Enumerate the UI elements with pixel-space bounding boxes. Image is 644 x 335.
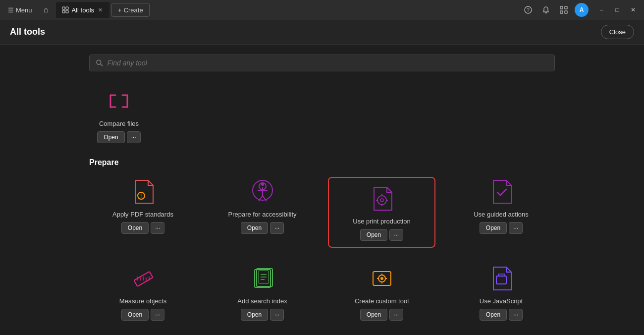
prepare-section-title: Prepare [89, 158, 555, 167]
svg-text:?: ? [527, 7, 530, 13]
header-bar: All tools Close [0, 20, 644, 45]
create-button[interactable]: + Create [111, 3, 150, 17]
custom-tool-open-button[interactable]: Open [360, 309, 387, 321]
user-avatar[interactable]: A [575, 3, 589, 17]
svg-rect-2 [62, 10, 65, 13]
javascript-icon [489, 265, 513, 292]
measure-objects-icon-area [128, 264, 158, 293]
apply-pdf-more-button[interactable]: ··· [151, 222, 164, 234]
custom-tool-actions: Open ··· [360, 309, 403, 321]
print-production-open-button[interactable]: Open [360, 229, 387, 241]
tool-card-search-index: Add search index Open ··· [209, 264, 316, 321]
measure-objects-open-button[interactable]: Open [121, 309, 149, 321]
apply-pdf-open-button[interactable]: Open [121, 222, 149, 234]
search-index-open-button[interactable]: Open [241, 309, 268, 321]
search-box [89, 55, 555, 71]
close-panel-button[interactable]: Close [601, 25, 634, 39]
main-content: Compare files Open ··· Prepare ! [0, 45, 644, 335]
measure-objects-icon [131, 267, 155, 290]
svg-rect-7 [565, 6, 567, 9]
all-tools-tab[interactable]: All tools ✕ [56, 2, 110, 18]
svg-rect-3 [66, 10, 68, 13]
guided-actions-open-button[interactable]: Open [480, 222, 507, 234]
guided-actions-icon-area [486, 177, 516, 207]
compare-section: Compare files Open ··· [89, 86, 555, 143]
custom-tool-more-button[interactable]: ··· [389, 309, 403, 321]
create-plus-icon: + [118, 6, 122, 14]
compare-files-icon [107, 91, 131, 111]
grid-tab-icon [62, 6, 69, 13]
maximize-button[interactable]: □ [610, 3, 624, 17]
accessibility-open-button[interactable]: Open [241, 222, 268, 234]
tool-card-custom-tool: Create custom tool Open ··· [328, 264, 435, 321]
svg-rect-1 [66, 7, 68, 9]
window-controls: – □ ✕ [594, 3, 640, 17]
tab-label: All tools [72, 6, 95, 14]
search-index-label: Add search index [237, 297, 287, 305]
minimize-button[interactable]: – [594, 3, 608, 17]
accessibility-label: Prepare for accessibility [228, 211, 297, 218]
javascript-more-button[interactable]: ··· [509, 309, 523, 321]
tab-close-button[interactable]: ✕ [97, 6, 104, 14]
apps-grid-button[interactable] [557, 3, 571, 17]
tool-card-apply-pdf: ! Apply PDF standards Open ··· [89, 177, 197, 248]
search-index-actions: Open ··· [241, 309, 284, 321]
svg-rect-9 [565, 11, 567, 13]
svg-point-46 [380, 277, 383, 280]
custom-tool-label: Create custom tool [355, 297, 409, 305]
svg-point-15 [261, 183, 264, 186]
javascript-actions: Open ··· [480, 309, 523, 321]
help-button[interactable]: ? [521, 3, 535, 17]
apply-pdf-label: Apply PDF standards [112, 211, 173, 218]
javascript-label: Use JavaScript [480, 297, 523, 305]
page-title: All tools [10, 27, 45, 37]
apply-pdf-icon: ! [131, 178, 155, 205]
measure-objects-actions: Open ··· [121, 309, 164, 321]
accessibility-more-button[interactable]: ··· [270, 222, 284, 234]
svg-point-21 [377, 196, 386, 205]
search-index-icon [251, 267, 274, 290]
guided-actions-more-button[interactable]: ··· [509, 222, 523, 234]
svg-rect-6 [560, 6, 563, 9]
compare-files-open-button[interactable]: Open [97, 131, 124, 143]
compare-files-label: Compare files [99, 120, 139, 127]
compare-files-actions: Open ··· [97, 131, 140, 143]
tool-card-print-production-highlighted: Use print production Open ··· [328, 177, 435, 248]
guided-actions-actions: Open ··· [480, 222, 523, 234]
compare-files-icon-area [104, 86, 134, 116]
apply-pdf-actions: Open ··· [121, 222, 164, 234]
print-production-more-button[interactable]: ··· [389, 229, 403, 241]
compare-files-more-button[interactable]: ··· [127, 131, 141, 143]
tool-card-javascript: Use JavaScript Open ··· [447, 264, 555, 321]
tool-card-measure-objects: Measure objects Open ··· [89, 264, 197, 321]
print-production-icon-area [367, 184, 397, 214]
accessibility-icon [251, 178, 274, 205]
home-button[interactable]: ⌂ [38, 2, 54, 18]
menu-button[interactable]: ☰ Menu [4, 4, 36, 16]
menu-label: Menu [16, 6, 32, 14]
notifications-button[interactable] [539, 3, 553, 17]
create-label: Create [124, 6, 143, 14]
search-index-more-button[interactable]: ··· [270, 309, 284, 321]
close-window-button[interactable]: ✕ [626, 3, 640, 17]
guided-actions-label: Use guided actions [474, 211, 529, 218]
print-production-actions: Open ··· [360, 229, 403, 241]
tool-card-accessibility: Prepare for accessibility Open ··· [209, 177, 316, 248]
svg-rect-8 [560, 11, 563, 13]
title-bar: ☰ Menu ⌂ All tools ✕ + Create ? [0, 0, 644, 20]
home-icon: ⌂ [44, 5, 49, 14]
accessibility-actions: Open ··· [241, 222, 284, 234]
search-input[interactable] [107, 59, 548, 67]
measure-objects-more-button[interactable]: ··· [151, 309, 164, 321]
tool-card-guided-actions: Use guided actions Open ··· [447, 177, 555, 248]
search-index-icon-area [248, 264, 277, 293]
apply-pdf-icon-area: ! [128, 177, 158, 207]
guided-actions-icon [489, 178, 513, 205]
title-bar-actions: ? A [521, 3, 589, 17]
print-production-label: Use print production [353, 218, 410, 225]
prepare-section: Prepare ! Apply PDF standards Open ··· [89, 158, 555, 321]
print-production-icon [370, 185, 394, 212]
javascript-open-button[interactable]: Open [480, 309, 507, 321]
svg-point-22 [380, 199, 383, 202]
custom-tool-icon [370, 267, 394, 290]
